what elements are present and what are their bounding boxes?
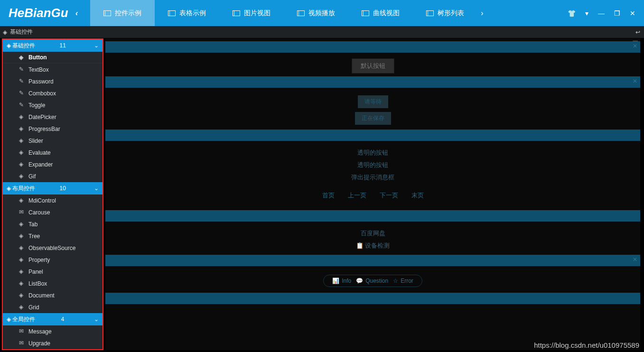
sidebar-item-toggle[interactable]: ✎Toggle [3,99,103,111]
maximize-icon[interactable]: ❐ [614,9,620,17]
transparent-button-2[interactable]: 透明的按钮 [357,161,388,169]
group-count: 4 [61,316,65,323]
item-label: Message [28,328,52,335]
sidebar-item-upgrade[interactable]: ✉Upgrade [3,337,103,349]
close-icon[interactable]: ✕ [630,9,635,17]
error-pill[interactable]: ☆ Error [393,278,413,284]
breadcrumb: ◈ 基础控件 ↩ [0,26,644,38]
close-icon[interactable]: ✕ [633,256,637,263]
logo-chevron-left-icon[interactable]: ‹ [72,9,82,18]
item-icon: ◈ [19,292,26,298]
sidebar-item-tree[interactable]: ◈Tree [3,230,103,242]
group-count: 11 [59,42,65,49]
sidebar-item-message[interactable]: ✉Message [3,325,103,337]
item-icon: ◈ [19,244,26,251]
close-icon[interactable]: ✕ [633,43,637,49]
group-title: 全局控件 [12,315,35,324]
info-pill[interactable]: 📊 Info [332,278,351,284]
theme-dropdown-icon[interactable]: ▾ [585,9,588,17]
chevron-down-icon: ⌄ [94,316,99,323]
sidebar-item-tab[interactable]: ◈Tab [3,218,103,230]
item-label: Toggle [28,102,45,109]
group-title: 布局控件 [12,185,35,193]
default-button[interactable]: 默认按钮 [352,58,394,74]
sidebar-item-panel[interactable]: ◈Panel [3,266,103,278]
theme-icon[interactable]: 👕 [568,9,576,17]
breadcrumb-icon: ◈ [3,29,7,36]
pager-last[interactable]: 末页 [411,191,424,200]
pager: 首页 上一页 下一页 末页 [322,191,424,200]
item-label: MdiControl [28,197,56,204]
nav-tree[interactable]: 树形列表 [413,0,477,26]
wait-button[interactable]: 请等待 [358,95,388,108]
sidebar-item-observable[interactable]: ◈ObservableSource [3,242,103,254]
sidebar-group-basic[interactable]: ◈ 基础控件 11 ⌄ [3,39,103,52]
nav-video[interactable]: 视频播放 [284,0,348,26]
item-icon: ✎ [19,90,26,96]
sidebar-item-datepicker[interactable]: ◈DatePicker [3,111,103,123]
pager-first[interactable]: 首页 [322,191,335,200]
group-icon: ◈ [7,316,11,323]
sidebar-item-expander[interactable]: ◈Expander [3,158,103,170]
nav-label: 树形列表 [438,9,464,18]
nav-chevron-right-icon[interactable]: › [477,9,487,18]
item-label: Slider [28,138,43,144]
breadcrumb-back-icon[interactable]: ↩ [635,29,640,36]
sidebar-item-evaluate[interactable]: ◈Evaluate [3,147,103,158]
sidebar-item-property[interactable]: ◈Property [3,254,103,266]
window-controls: 👕 ▾ — ❐ ✕ [568,9,644,17]
sidebar-item-mdicontrol[interactable]: ◈MdiControl [3,195,103,206]
nav-table[interactable]: 表格示例 [155,0,219,26]
question-pill[interactable]: 💬 Question [356,278,388,284]
logo-text: HeBianGu [9,6,68,20]
sidebar-item-document[interactable]: ◈Document [3,289,103,301]
saving-button[interactable]: 正在保存 [355,112,391,125]
link-baidu[interactable]: 百度网盘 [361,229,385,238]
group-icon: ◈ [7,42,11,49]
link-device-label: 设备检测 [365,242,390,249]
nav-icon [103,10,111,16]
pager-next[interactable]: 下一页 [380,191,398,200]
sidebar-item-slider[interactable]: ◈Slider [3,135,103,147]
sidebar-group-global[interactable]: ◈ 全局控件 4 ⌄ [3,313,103,325]
nav-label: 曲线视图 [373,9,400,18]
pager-prev[interactable]: 上一页 [348,191,366,200]
watermark: https://blog.csdn.net/u010975589 [534,341,639,349]
close-icon[interactable]: ✕ [633,78,637,84]
item-label: Expander [28,161,53,168]
sidebar-item-listbox[interactable]: ◈ListBox [3,278,103,289]
sidebar-item-textbox[interactable]: ✎TextBox [3,64,103,75]
nav-label: 图片视图 [244,9,271,18]
item-label: ProgressBar [28,126,60,132]
transparent-button-1[interactable]: 透明的按钮 [357,148,388,157]
section-bar [105,293,640,304]
sidebar-item-carouse[interactable]: ✉Carouse [3,206,103,218]
sidebar-group-layout[interactable]: ◈ 布局控件 10 ⌄ [3,182,103,195]
item-label: Button [28,54,47,61]
item-label: ObservableSource [28,245,75,251]
sidebar-item-progressbar[interactable]: ◈ProgressBar [3,123,103,135]
item-label: Combobox [28,90,56,97]
sidebar-item-password[interactable]: ✎Password [3,75,103,87]
popup-msg-button[interactable]: 弹出提示消息框 [351,173,394,182]
sidebar-item-button[interactable]: ◈Button [3,52,103,64]
nav-label: 视频播放 [308,9,335,18]
sidebar-item-grid[interactable]: ◈Grid [3,301,103,313]
nav-image[interactable]: 图片视图 [219,0,284,26]
item-icon: ✎ [19,102,26,108]
link-device[interactable]: 📋 设备检测 [356,241,390,250]
item-label: Password [28,78,54,85]
item-icon: ✉ [19,328,26,334]
minimize-icon[interactable]: — [598,9,605,17]
sidebar-item-gif[interactable]: ◈Gif [3,170,103,182]
chevron-down-icon: ⌄ [94,185,99,192]
item-icon: ◈ [19,256,26,263]
sidebar-item-combobox[interactable]: ✎Combobox [3,87,103,99]
nav-icon [362,10,369,16]
nav-controls[interactable]: 控件示例 [90,0,155,26]
nav-curve[interactable]: 曲线视图 [348,0,413,26]
item-label: Gif [28,173,36,180]
item-icon: ✉ [19,340,26,346]
item-label: Grid [28,304,39,311]
item-icon: ✉ [19,209,26,215]
